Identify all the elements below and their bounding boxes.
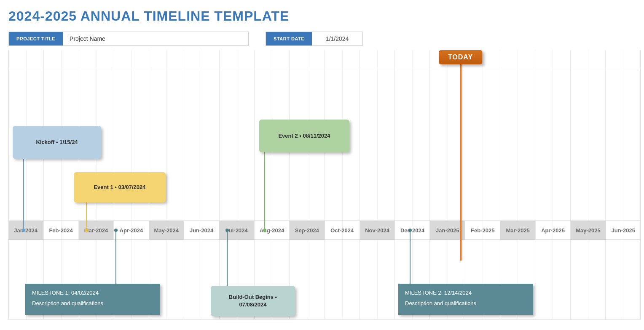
axis-cell: Mar-2024 [79,221,114,240]
axis-cell: Oct-2024 [325,221,360,240]
event-callout-event2[interactable]: Event 2 • 08/11/2024 [259,120,349,152]
axis-cell: Apr-2024 [114,221,149,240]
event-stem-event1 [86,202,87,230]
grid-col [255,50,290,319]
axis-cell: Jun-2024 [184,221,219,240]
event-stem-event2 [264,152,265,230]
event-stem-kickoff [23,159,24,230]
milestone-1-desc: Description and qualifications [32,300,153,306]
header-row: PROJECT TITLE Project Name START DATE 1/… [8,32,636,46]
event-stem-buildout [227,230,228,286]
milestone-dot-2 [408,229,412,232]
grid-col [571,50,606,319]
grid-subline [166,50,167,319]
grid-col [9,50,44,319]
grid-col [325,50,360,319]
grid-subline [623,50,623,319]
grid-subline [377,50,378,319]
axis-cell: Feb-2025 [465,221,500,240]
start-date-field: START DATE 1/1/2024 [266,32,363,46]
today-badge: TODAY [439,50,482,64]
grid-subline [61,50,62,319]
event-callout-buildout[interactable]: Build-Out Begins • 07/08/2024 [211,286,295,316]
grid-subline [202,50,202,319]
milestone-dot-1 [114,229,118,232]
event-dot-buildout [225,229,229,232]
timeline: Jan-2024Feb-2024Mar-2024Apr-2024May-2024… [8,50,641,319]
start-date-value[interactable]: 1/1/2024 [312,32,362,45]
axis-cell: Nov-2024 [360,221,395,240]
axis-cell: Mar-2025 [500,221,535,240]
milestone-stem-1 [115,230,116,284]
grid-subline [237,50,237,319]
project-title-label: PROJECT TITLE [9,32,63,45]
grid-subline [307,50,307,319]
grid-subline [518,50,518,319]
axis-cell: Jul-2024 [219,221,254,240]
milestone-box-1[interactable]: MILESTONE 1: 04/02/2024 Description and … [25,284,160,315]
grid-subline [483,50,483,319]
today-marker-line [460,59,462,261]
event-dot-event2 [263,229,266,232]
timeline-axis: Jan-2024Feb-2024Mar-2024Apr-2024May-2024… [8,221,641,240]
grid-col [290,50,325,319]
grid-col [535,50,570,319]
milestone-stem-2 [410,230,411,284]
axis-cell: Aug-2024 [255,221,290,240]
grid-subline [412,50,413,319]
grid-subline [342,50,343,319]
milestone-box-2[interactable]: MILESTONE 2: 12/14/2024 Description and … [398,284,533,315]
axis-cell: Jan-2024 [8,221,43,240]
grid-col [606,50,640,319]
event-dot-event1 [85,229,88,232]
milestone-2-title: MILESTONE 2: 12/14/2024 [405,290,526,296]
event-dot-kickoff [22,229,25,232]
grid-top-border [8,68,641,68]
axis-cell: Apr-2025 [536,221,571,240]
grid-col [395,50,430,319]
grid-subline [553,50,553,319]
page-title: 2024-2025 ANNUAL TIMELINE TEMPLATE [8,8,636,24]
milestone-2-desc: Description and qualifications [405,300,526,306]
axis-cell: May-2024 [149,221,184,240]
grid-subline [272,50,272,319]
grid-col [220,50,255,319]
axis-cell: May-2025 [571,221,606,240]
start-date-label: START DATE [266,32,312,45]
project-title-value[interactable]: Project Name [63,32,248,45]
grid-subline [26,50,27,319]
event-callout-kickoff[interactable]: Kickoff • 1/15/24 [13,126,101,159]
axis-cell: Jun-2025 [606,221,641,240]
grid-col [500,50,535,319]
grid-col [184,50,219,319]
grid-col [360,50,395,319]
event-callout-event1[interactable]: Event 1 • 03/07/2024 [74,172,166,202]
axis-cell: Dec-2024 [395,221,430,240]
grid-subline [588,50,588,319]
grid-subline [448,50,448,319]
project-title-field: PROJECT TITLE Project Name [8,32,249,46]
axis-cell: Feb-2024 [43,221,78,240]
grid-col [465,50,500,319]
axis-cell: Sep-2024 [290,221,325,240]
milestone-1-title: MILESTONE 1: 04/02/2024 [32,290,153,296]
